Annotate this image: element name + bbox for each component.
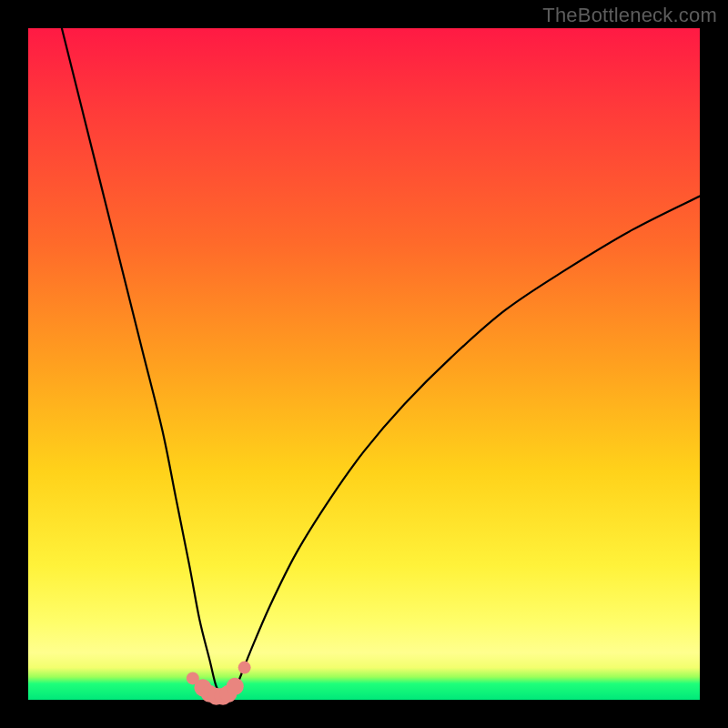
watermark-text: TheBottleneck.com	[542, 4, 717, 27]
marker-point	[227, 678, 244, 695]
highlight-markers	[187, 662, 251, 705]
curve-layer	[28, 28, 700, 700]
plot-area	[28, 28, 700, 700]
bottleneck-curve	[62, 28, 700, 698]
chart-frame: TheBottleneck.com	[0, 0, 728, 728]
marker-point	[238, 662, 251, 674]
